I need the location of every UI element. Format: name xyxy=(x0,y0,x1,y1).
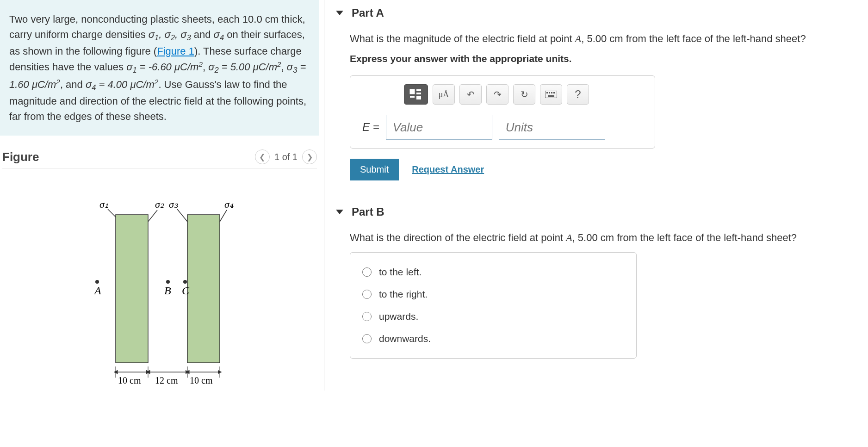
fig-label-A: A xyxy=(93,285,101,297)
caret-down-icon xyxy=(336,11,343,15)
svg-line-2 xyxy=(108,209,116,217)
figure-prev-button[interactable]: ❮ xyxy=(255,149,270,164)
choice-label: to the right. xyxy=(379,289,428,300)
request-answer-link[interactable]: Request Answer xyxy=(412,164,484,175)
figure-next-button[interactable]: ❯ xyxy=(302,149,317,164)
svg-point-7 xyxy=(166,280,170,284)
part-a-instruction: Express your answer with the appropriate… xyxy=(350,53,856,64)
value-input[interactable] xyxy=(386,115,492,140)
part-a-title: Part A xyxy=(352,6,384,19)
svg-line-4 xyxy=(177,209,187,222)
radio-downwards[interactable] xyxy=(362,334,372,343)
radio-right[interactable] xyxy=(362,290,372,299)
radio-upwards[interactable] xyxy=(362,312,372,321)
undo-button[interactable]: ↶ xyxy=(459,84,482,105)
choices-box: to the left. to the right. upwards. down… xyxy=(350,252,637,359)
svg-rect-24 xyxy=(551,92,552,93)
units-button[interactable]: μÅ xyxy=(433,84,455,105)
caret-down-icon xyxy=(336,210,343,214)
part-a-header[interactable]: Part A xyxy=(336,0,856,26)
fig-label-B: B xyxy=(164,285,171,297)
reset-button[interactable]: ↻ xyxy=(513,84,535,105)
svg-rect-16 xyxy=(410,89,415,94)
fig-label-C: C xyxy=(182,285,190,297)
svg-rect-19 xyxy=(410,96,415,98)
keyboard-button[interactable] xyxy=(540,84,562,105)
svg-rect-26 xyxy=(548,95,554,97)
svg-rect-20 xyxy=(416,96,421,99)
svg-rect-23 xyxy=(549,92,550,93)
svg-point-8 xyxy=(183,280,187,284)
choice-label: to the left. xyxy=(379,267,422,278)
figure-link[interactable]: Figure 1 xyxy=(157,45,194,57)
part-a-question: What is the magnitude of the electric fi… xyxy=(350,31,856,47)
e-equals-label: E = xyxy=(362,121,379,134)
fig-dim-2: 12 cm xyxy=(155,375,178,385)
problem-statement: Two very large, nonconducting plastic sh… xyxy=(0,0,319,136)
answer-box: μÅ ↶ ↷ ↻ ? E = xyxy=(350,75,655,149)
choice-label: upwards. xyxy=(379,311,418,322)
choice-upwards[interactable]: upwards. xyxy=(362,305,624,328)
svg-rect-22 xyxy=(546,92,548,93)
fig-label-s2: σ₂ xyxy=(155,199,165,210)
help-button[interactable]: ? xyxy=(567,84,589,105)
choice-label: downwards. xyxy=(379,333,431,344)
units-input[interactable] xyxy=(499,115,605,140)
part-b-title: Part B xyxy=(352,205,384,218)
svg-point-6 xyxy=(95,280,99,284)
svg-rect-18 xyxy=(416,93,421,94)
redo-button[interactable]: ↷ xyxy=(486,84,508,105)
fig-label-s4: σ₄ xyxy=(224,199,234,210)
part-b-question: What is the direction of the electric fi… xyxy=(350,230,856,246)
fig-dim-1: 10 cm xyxy=(118,375,141,385)
svg-line-3 xyxy=(148,210,157,222)
choice-left[interactable]: to the left. xyxy=(362,261,624,283)
fig-dim-3: 10 cm xyxy=(190,375,213,385)
svg-rect-0 xyxy=(116,215,148,363)
figure-title: Figure xyxy=(2,150,39,164)
choice-right[interactable]: to the right. xyxy=(362,283,624,305)
svg-rect-21 xyxy=(545,91,557,98)
submit-button[interactable]: Submit xyxy=(350,159,399,180)
svg-rect-25 xyxy=(553,92,555,93)
part-b-header[interactable]: Part B xyxy=(336,199,856,225)
svg-rect-1 xyxy=(187,215,220,363)
figure-diagram: σ₁ σ₂ σ₃ σ₄ A B C xyxy=(2,168,317,391)
radio-left[interactable] xyxy=(362,267,372,277)
choice-downwards[interactable]: downwards. xyxy=(362,328,624,350)
fig-label-s3: σ₃ xyxy=(169,199,179,210)
svg-line-5 xyxy=(220,210,227,222)
svg-rect-17 xyxy=(416,89,421,91)
fig-label-s1: σ₁ xyxy=(99,199,109,210)
templates-button[interactable] xyxy=(404,84,428,105)
figure-nav-count: 1 of 1 xyxy=(274,152,298,162)
